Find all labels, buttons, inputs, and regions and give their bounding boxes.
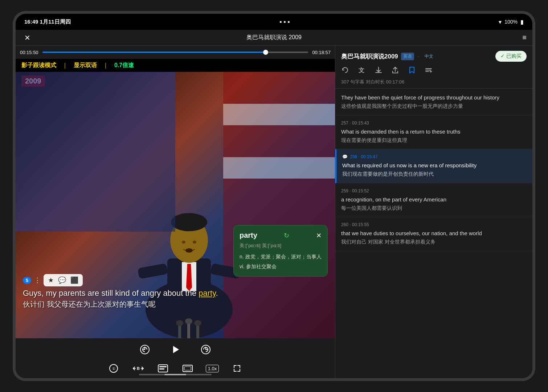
subtitle-meta: 307 句字幕 对白时长 00:17:06	[341, 79, 527, 85]
lang-badge-zh-text: 中文	[422, 53, 435, 60]
svg-marker-19	[173, 346, 179, 353]
dict-close-button[interactable]: ✕	[316, 232, 322, 240]
subtitle-options-dots[interactable]: ⋮	[34, 276, 41, 284]
dot3	[288, 21, 290, 23]
subtitle-item-active[interactable]: 💬258 · 00:15:47 What is required of us n…	[335, 149, 532, 183]
sub-item-zh: 这些价值观是我国整个历史过程中一股无声的进步力量	[341, 103, 527, 110]
video-background: 2009	[16, 72, 335, 338]
forward-button[interactable]	[198, 342, 214, 358]
speed-rate-button[interactable]: 1.0x	[206, 362, 219, 375]
translate-icon-button[interactable]: 文	[358, 66, 366, 76]
player-controls: ① B	[16, 338, 335, 378]
svg-rect-28	[184, 367, 191, 370]
subtitle-list[interactable]: They have been the quiet force of progre…	[335, 89, 532, 378]
comment-button[interactable]: 💬	[58, 276, 66, 284]
svg-point-8	[193, 241, 196, 244]
sub-item-meta: 260 · 00:15:55	[341, 222, 527, 227]
close-button[interactable]: ✕	[21, 32, 33, 44]
svg-point-9	[185, 248, 193, 253]
dot1	[280, 21, 282, 23]
star-button[interactable]: ★	[48, 276, 54, 284]
ipad-frame: 16:49 1月11日周四 ▾ 100% ▮ ✕ 奥巴马就职演说 2009 ≡ …	[13, 11, 535, 381]
subtitle-item[interactable]: 257 · 00:15:43 What is demanded then is …	[335, 115, 532, 150]
total-time: 00:18:57	[312, 50, 331, 55]
current-time: 00:15:50	[20, 50, 39, 55]
right-panel-title: 奥巴马就职演说2009	[341, 52, 398, 61]
svg-rect-13	[187, 322, 190, 338]
bookmark-icon-button[interactable]	[408, 66, 416, 76]
svg-text:①: ①	[112, 367, 115, 371]
svg-point-15	[176, 320, 183, 326]
sub-item-en: What is required of us now is a new era …	[342, 162, 527, 169]
status-time: 16:49 1月11日周四	[24, 19, 71, 25]
sep1: ｜	[62, 62, 68, 69]
svg-text:文: 文	[359, 67, 364, 73]
subtitle-item[interactable]: They have been the quiet force of progre…	[335, 89, 532, 115]
subtitle-english: Guys, my parents are still kind of angry…	[23, 289, 328, 298]
bilingual-label: 显示双语	[74, 62, 97, 69]
video-title: 奥巴马就职演说 2009	[246, 34, 302, 41]
sub-item-zh: 我们现在需要做的是开创负责任的新时代	[342, 171, 527, 178]
top-nav: ✕ 奥巴马就职演说 2009 ≡	[16, 30, 532, 46]
subtitle-area: 5 ⋮ ★ 💬 ⬛ Guys, my parents are still kin…	[16, 274, 335, 309]
dict-definition: n. 政党，党派；聚会，派对；当事人 vi. 参加社交聚会	[240, 253, 322, 270]
replay-button[interactable]	[137, 342, 153, 358]
lang-badge-en: 英语	[401, 53, 414, 60]
subtitle-item[interactable]: 259 · 00:15:52 a recognition, on the par…	[335, 183, 532, 217]
ab-loop-button[interactable]: B	[132, 362, 145, 375]
sub-item-zh: 每一位美国人都需要认识到	[341, 205, 527, 212]
progress-thumb[interactable]	[263, 50, 268, 55]
secondary-controls-row: ① B	[107, 362, 244, 375]
scroll-indicator	[139, 374, 212, 375]
subtitle-number-badge: 5	[23, 277, 31, 284]
refresh-icon-button[interactable]	[341, 66, 349, 76]
sub-item-zh: 现在需要的便是重归这些真理	[341, 137, 527, 144]
right-toolbar: 文	[341, 66, 527, 76]
svg-text:B: B	[137, 366, 140, 371]
highlighted-word[interactable]: party	[199, 289, 216, 298]
status-right: ▾ 100% ▮	[499, 19, 524, 25]
right-header: 奥巴马就职演说2009 英语 · 中文 ✓ 已购买	[335, 46, 532, 89]
sep2: ｜	[103, 62, 109, 69]
caption-button[interactable]: ⬛	[70, 276, 78, 284]
subtitle-settings-button[interactable]	[156, 362, 169, 375]
share-icon-button[interactable]	[391, 66, 399, 76]
svg-rect-25	[159, 366, 167, 367]
video-panel: 00:15:50 00:18:57 影子跟读模式 ｜ 显示双语 ｜ 0.7倍速	[16, 46, 335, 378]
sub-item-en: a recognition, on the part of every Amer…	[341, 196, 527, 203]
fullscreen-button[interactable]	[230, 362, 244, 375]
dictionary-popup: party ↻ ✕ 美:[ˈpɑːrti] 英:[ˈpɑːti] n. 政党，党…	[233, 225, 328, 277]
progress-fill	[42, 52, 266, 53]
download-icon-button[interactable]	[375, 66, 383, 76]
subtitle-chinese: 伙计们 我父母还在为上次派对的事生气呢	[23, 299, 328, 309]
dict-word: party	[240, 231, 257, 240]
sort-icon-button[interactable]	[425, 66, 433, 76]
speed-label: 0.7倍速	[114, 62, 134, 69]
sub-item-meta: 💬258 · 00:15:47	[342, 154, 527, 159]
video-area: 2009	[16, 72, 335, 338]
svg-point-17	[194, 320, 201, 326]
right-title-row: 奥巴马就职演说2009 英语 · 中文 ✓ 已购买	[341, 51, 527, 62]
battery-percent: 100%	[504, 19, 518, 25]
loop-button[interactable]: ①	[107, 362, 120, 375]
menu-button[interactable]: ≡	[522, 33, 527, 42]
lang-badges: 英语 · 中文	[401, 53, 435, 60]
shadow-mode-label: 影子跟读模式	[21, 62, 56, 69]
play-button[interactable]	[167, 342, 183, 358]
mode-bar: 影子跟读模式 ｜ 显示双语 ｜ 0.7倍速	[16, 59, 335, 72]
svg-point-16	[185, 318, 192, 324]
main-controls-row	[137, 342, 214, 358]
progress-track[interactable]	[42, 52, 308, 53]
screen-mode-button[interactable]	[181, 362, 194, 375]
sub-item-en: What is demanded then is a return to the…	[341, 128, 527, 135]
dict-refresh-button[interactable]: ↻	[284, 232, 289, 240]
progress-bar-area[interactable]: 00:15:50 00:18:57	[16, 46, 335, 59]
purchased-button[interactable]: ✓ 已购买	[495, 51, 527, 62]
lang-badge-zh: ·	[416, 53, 421, 60]
svg-point-7	[182, 241, 185, 244]
dot2	[284, 21, 286, 23]
subtitle-item[interactable]: 260 · 00:15:55 that we have duties to ou…	[335, 217, 532, 251]
svg-rect-26	[159, 368, 164, 369]
main-content: 00:15:50 00:18:57 影子跟读模式 ｜ 显示双语 ｜ 0.7倍速	[16, 46, 532, 378]
dict-phonetic: 美:[ˈpɑːrti] 英:[ˈpɑːti]	[240, 242, 322, 249]
